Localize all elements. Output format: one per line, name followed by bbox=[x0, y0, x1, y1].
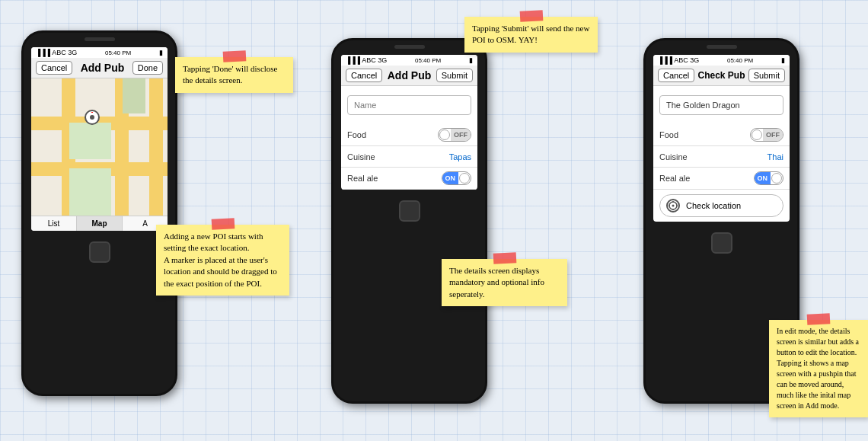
nav-bar-2: Cancel Add Pub Submit bbox=[341, 66, 477, 86]
phone-1: ▐▐▐ ABC 3G 05:40 PM ▮ Cancel Add Pub Don… bbox=[21, 30, 177, 396]
cuisine-label-3: Cuisine bbox=[659, 152, 688, 161]
screen-2: ▐▐▐ ABC 3G 05:40 PM ▮ Cancel Add Pub Sub… bbox=[341, 55, 477, 190]
sticky-text-4: The details screen displays mandatory an… bbox=[449, 266, 544, 299]
svg-point-8 bbox=[672, 205, 675, 207]
nav-bar-1: Cancel Add Pub Done bbox=[31, 58, 168, 78]
sticky-text-1: Tapping 'Done' will disclose the details… bbox=[183, 64, 277, 85]
phone-2: ▐▐▐ ABC 3G 05:40 PM ▮ Cancel Add Pub Sub… bbox=[331, 38, 487, 404]
status-bar-1: ▐▐▐ ABC 3G 05:40 PM ▮ bbox=[31, 47, 168, 58]
screen-1: ▐▐▐ ABC 3G 05:40 PM ▮ Cancel Add Pub Don… bbox=[31, 47, 168, 231]
real-ale-on-label-3: ON bbox=[755, 172, 771, 184]
home-button-2[interactable] bbox=[399, 200, 420, 222]
check-location-label: Check location bbox=[686, 201, 741, 210]
done-button-1[interactable]: Done bbox=[132, 61, 163, 75]
time-2: 05:40 PM bbox=[415, 57, 441, 64]
sticky-text-3: Tapping 'Submit' will send the new POI t… bbox=[472, 24, 589, 44]
sticky-note-4: The details screen displays mandatory an… bbox=[442, 259, 567, 306]
food-toggle-off-label: OFF bbox=[451, 129, 471, 141]
signal-icon-3: ▐▐▐ ABC 3G bbox=[658, 56, 699, 64]
real-ale-toggle-on-label: ON bbox=[442, 172, 459, 184]
title-2: Add Pub bbox=[388, 69, 432, 81]
real-ale-field: Real ale ON bbox=[341, 168, 477, 190]
sticky-note-1: Tapping 'Done' will disclose the details… bbox=[175, 57, 293, 93]
signal-icon: ▐▐▐ ABC 3G bbox=[36, 49, 77, 56]
check-location-button[interactable]: Check location bbox=[659, 194, 783, 217]
pub-name-row bbox=[653, 86, 790, 124]
time-1: 05:40 PM bbox=[105, 50, 131, 56]
real-ale-field-3: Real ale ON bbox=[653, 168, 790, 190]
battery-icon-2: ▮ bbox=[469, 56, 473, 64]
map-block3 bbox=[69, 168, 111, 216]
home-button-3[interactable] bbox=[711, 232, 732, 254]
speaker-1 bbox=[85, 37, 115, 41]
food-field-3: Food OFF bbox=[653, 124, 790, 146]
title-1: Add Pub bbox=[81, 62, 125, 74]
sticky-note-2: Adding a new POI starts with setting the… bbox=[156, 225, 289, 296]
cancel-button-1[interactable]: Cancel bbox=[36, 61, 72, 75]
toggle-knob-ale bbox=[459, 173, 470, 184]
map-marker[interactable] bbox=[85, 110, 100, 133]
food-toggle-3[interactable]: OFF bbox=[750, 128, 783, 142]
home-area-2 bbox=[333, 196, 485, 226]
submit-button-2[interactable]: Submit bbox=[436, 69, 473, 82]
real-ale-toggle-3[interactable]: ON bbox=[754, 171, 784, 185]
svg-point-2 bbox=[90, 115, 94, 120]
real-ale-toggle[interactable]: ON bbox=[442, 171, 472, 185]
sticky-text-2: Adding a new POI starts with setting the… bbox=[164, 232, 277, 288]
location-icon bbox=[666, 199, 680, 213]
time-3: 05:40 PM bbox=[727, 57, 753, 64]
food-toggle[interactable]: OFF bbox=[438, 128, 471, 142]
pub-name-input[interactable] bbox=[659, 95, 783, 115]
food-toggle-off-label-3: OFF bbox=[763, 129, 783, 141]
title-3: Check Pub bbox=[697, 70, 745, 81]
map-block2 bbox=[123, 78, 145, 113]
toggle-knob-ale-3 bbox=[771, 173, 782, 184]
status-bar-2: ▐▐▐ ABC 3G 05:40 PM ▮ bbox=[341, 55, 477, 66]
status-bar-3: ▐▐▐ ABC 3G 05:40 PM ▮ bbox=[653, 55, 790, 66]
battery-icon: ▮ bbox=[159, 49, 163, 56]
signal-icon-2: ▐▐▐ ABC 3G bbox=[346, 56, 387, 64]
screen-3: ▐▐▐ ABC 3G 05:40 PM ▮ Cancel Check Pub S… bbox=[653, 55, 790, 222]
sticky-note-3: Tapping 'Submit' will send the new POI t… bbox=[464, 17, 598, 53]
home-area-1 bbox=[24, 237, 175, 267]
name-field-row bbox=[341, 86, 477, 124]
real-ale-label-3: Real ale bbox=[659, 174, 690, 183]
cancel-button-3[interactable]: Cancel bbox=[658, 69, 694, 82]
toggle-knob-food bbox=[439, 129, 450, 140]
food-label-3: Food bbox=[659, 130, 678, 139]
toggle-knob-food-3 bbox=[752, 129, 762, 140]
tab-list[interactable]: List bbox=[31, 216, 77, 231]
cuisine-label: Cuisine bbox=[347, 152, 375, 161]
cancel-button-2[interactable]: Cancel bbox=[346, 69, 382, 82]
home-button-1[interactable] bbox=[89, 241, 110, 263]
speaker-3 bbox=[707, 45, 737, 49]
speaker-2 bbox=[394, 45, 425, 49]
map-tabs: List Map A bbox=[31, 216, 168, 231]
cuisine-value: Tapas bbox=[449, 152, 471, 161]
food-field: Food OFF bbox=[341, 124, 477, 146]
cuisine-field-3[interactable]: Cuisine Thai bbox=[653, 146, 790, 168]
sticky-note-5: In edit mode, the details screen is simi… bbox=[769, 320, 868, 417]
cuisine-field[interactable]: Cuisine Tapas bbox=[341, 146, 477, 168]
real-ale-label: Real ale bbox=[347, 174, 378, 183]
battery-icon-3: ▮ bbox=[781, 56, 785, 64]
cuisine-value-3: Thai bbox=[767, 152, 783, 161]
map-area[interactable] bbox=[31, 78, 168, 216]
tab-map[interactable]: Map bbox=[77, 216, 123, 231]
road-v3 bbox=[149, 78, 163, 216]
sticky-text-5: In edit mode, the details screen is simi… bbox=[777, 327, 859, 410]
nav-bar-3: Cancel Check Pub Submit bbox=[653, 66, 790, 86]
submit-button-3[interactable]: Submit bbox=[748, 69, 785, 82]
home-area-3 bbox=[646, 228, 797, 258]
food-label: Food bbox=[347, 130, 366, 139]
name-input[interactable] bbox=[347, 95, 471, 115]
